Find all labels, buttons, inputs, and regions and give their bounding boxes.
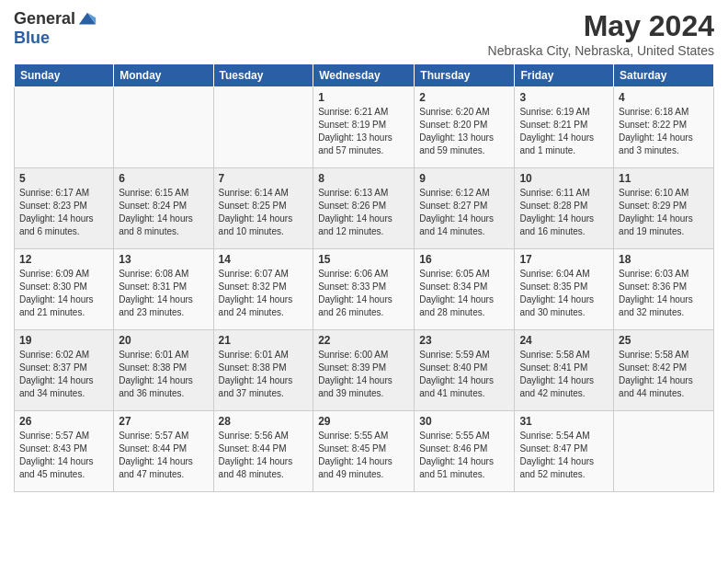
header-row: SundayMondayTuesdayWednesdayThursdayFrid… [15, 64, 714, 87]
day-header-friday: Friday [515, 64, 614, 87]
day-header-saturday: Saturday [614, 64, 714, 87]
day-number: 22 [318, 334, 409, 347]
calendar-cell: 4Sunrise: 6:18 AM Sunset: 8:22 PM Daylig… [614, 87, 714, 168]
cell-content: Sunrise: 5:55 AM Sunset: 8:46 PM Dayligh… [419, 430, 509, 481]
cell-content: Sunrise: 6:06 AM Sunset: 8:33 PM Dayligh… [318, 268, 409, 319]
calendar-cell [15, 87, 114, 168]
calendar-cell: 7Sunrise: 6:14 AM Sunset: 8:25 PM Daylig… [213, 168, 313, 249]
calendar-cell [213, 87, 313, 168]
week-row-5: 26Sunrise: 5:57 AM Sunset: 8:43 PM Dayli… [15, 411, 714, 492]
day-number: 9 [419, 172, 509, 185]
cell-content: Sunrise: 6:13 AM Sunset: 8:26 PM Dayligh… [318, 187, 409, 238]
day-number: 15 [318, 253, 409, 266]
calendar-cell: 9Sunrise: 6:12 AM Sunset: 8:27 PM Daylig… [415, 168, 515, 249]
calendar-cell: 15Sunrise: 6:06 AM Sunset: 8:33 PM Dayli… [313, 249, 415, 330]
cell-content: Sunrise: 6:05 AM Sunset: 8:34 PM Dayligh… [419, 268, 509, 319]
page-header: General Blue May 2024 Nebraska City, Neb… [14, 9, 714, 58]
day-number: 8 [318, 172, 409, 185]
day-number: 12 [19, 253, 108, 266]
calendar-cell: 19Sunrise: 6:02 AM Sunset: 8:37 PM Dayli… [15, 330, 114, 411]
calendar-cell: 2Sunrise: 6:20 AM Sunset: 8:20 PM Daylig… [415, 87, 515, 168]
day-header-tuesday: Tuesday [213, 64, 313, 87]
cell-content: Sunrise: 5:59 AM Sunset: 8:40 PM Dayligh… [419, 349, 509, 400]
day-header-wednesday: Wednesday [313, 64, 415, 87]
cell-content: Sunrise: 6:03 AM Sunset: 8:36 PM Dayligh… [619, 268, 709, 319]
day-number: 13 [119, 253, 208, 266]
main-title: May 2024 [488, 9, 714, 43]
week-row-4: 19Sunrise: 6:02 AM Sunset: 8:37 PM Dayli… [15, 330, 714, 411]
day-number: 21 [219, 334, 309, 347]
calendar-cell: 11Sunrise: 6:10 AM Sunset: 8:29 PM Dayli… [614, 168, 714, 249]
title-block: May 2024 Nebraska City, Nebraska, United… [488, 9, 714, 58]
calendar-cell: 3Sunrise: 6:19 AM Sunset: 8:21 PM Daylig… [515, 87, 614, 168]
calendar-cell: 30Sunrise: 5:55 AM Sunset: 8:46 PM Dayli… [415, 411, 515, 492]
week-row-2: 5Sunrise: 6:17 AM Sunset: 8:23 PM Daylig… [15, 168, 714, 249]
week-row-3: 12Sunrise: 6:09 AM Sunset: 8:30 PM Dayli… [15, 249, 714, 330]
cell-content: Sunrise: 6:18 AM Sunset: 8:22 PM Dayligh… [619, 106, 709, 157]
day-number: 1 [318, 91, 409, 104]
cell-content: Sunrise: 6:12 AM Sunset: 8:27 PM Dayligh… [419, 187, 509, 238]
day-number: 17 [519, 253, 609, 266]
cell-content: Sunrise: 6:19 AM Sunset: 8:21 PM Dayligh… [519, 106, 609, 157]
calendar-cell: 12Sunrise: 6:09 AM Sunset: 8:30 PM Dayli… [15, 249, 114, 330]
calendar-cell: 25Sunrise: 5:58 AM Sunset: 8:42 PM Dayli… [614, 330, 714, 411]
cell-content: Sunrise: 5:56 AM Sunset: 8:44 PM Dayligh… [219, 430, 309, 481]
cell-content: Sunrise: 6:09 AM Sunset: 8:30 PM Dayligh… [19, 268, 108, 319]
calendar-table: SundayMondayTuesdayWednesdayThursdayFrid… [14, 63, 714, 492]
day-number: 4 [619, 91, 709, 104]
logo: General Blue [14, 9, 97, 48]
cell-content: Sunrise: 6:07 AM Sunset: 8:32 PM Dayligh… [219, 268, 309, 319]
cell-content: Sunrise: 5:54 AM Sunset: 8:47 PM Dayligh… [519, 430, 609, 481]
day-number: 3 [519, 91, 609, 104]
calendar-cell: 16Sunrise: 6:05 AM Sunset: 8:34 PM Dayli… [415, 249, 515, 330]
day-number: 7 [219, 172, 309, 185]
day-number: 26 [19, 415, 108, 428]
calendar-cell: 6Sunrise: 6:15 AM Sunset: 8:24 PM Daylig… [114, 168, 213, 249]
day-number: 27 [119, 415, 208, 428]
week-row-1: 1Sunrise: 6:21 AM Sunset: 8:19 PM Daylig… [15, 87, 714, 168]
calendar-cell: 26Sunrise: 5:57 AM Sunset: 8:43 PM Dayli… [15, 411, 114, 492]
calendar-cell: 27Sunrise: 5:57 AM Sunset: 8:44 PM Dayli… [114, 411, 213, 492]
cell-content: Sunrise: 5:55 AM Sunset: 8:45 PM Dayligh… [318, 430, 409, 481]
day-number: 24 [519, 334, 609, 347]
calendar-cell: 31Sunrise: 5:54 AM Sunset: 8:47 PM Dayli… [515, 411, 614, 492]
day-header-monday: Monday [114, 64, 213, 87]
day-number: 20 [119, 334, 208, 347]
calendar-cell [114, 87, 213, 168]
day-number: 23 [419, 334, 509, 347]
cell-content: Sunrise: 6:10 AM Sunset: 8:29 PM Dayligh… [619, 187, 709, 238]
calendar-cell: 8Sunrise: 6:13 AM Sunset: 8:26 PM Daylig… [313, 168, 415, 249]
cell-content: Sunrise: 6:20 AM Sunset: 8:20 PM Dayligh… [419, 106, 509, 157]
cell-content: Sunrise: 6:00 AM Sunset: 8:39 PM Dayligh… [318, 349, 409, 400]
day-number: 31 [519, 415, 609, 428]
calendar-cell [614, 411, 714, 492]
calendar-cell: 20Sunrise: 6:01 AM Sunset: 8:38 PM Dayli… [114, 330, 213, 411]
day-number: 28 [219, 415, 309, 428]
cell-content: Sunrise: 5:57 AM Sunset: 8:43 PM Dayligh… [19, 430, 108, 481]
calendar-cell: 22Sunrise: 6:00 AM Sunset: 8:39 PM Dayli… [313, 330, 415, 411]
calendar-cell: 17Sunrise: 6:04 AM Sunset: 8:35 PM Dayli… [515, 249, 614, 330]
cell-content: Sunrise: 6:01 AM Sunset: 8:38 PM Dayligh… [219, 349, 309, 400]
cell-content: Sunrise: 5:58 AM Sunset: 8:41 PM Dayligh… [519, 349, 609, 400]
calendar-cell: 28Sunrise: 5:56 AM Sunset: 8:44 PM Dayli… [213, 411, 313, 492]
cell-content: Sunrise: 6:14 AM Sunset: 8:25 PM Dayligh… [219, 187, 309, 238]
subtitle: Nebraska City, Nebraska, United States [488, 43, 714, 58]
cell-content: Sunrise: 6:17 AM Sunset: 8:23 PM Dayligh… [19, 187, 108, 238]
cell-content: Sunrise: 5:57 AM Sunset: 8:44 PM Dayligh… [119, 430, 208, 481]
calendar-cell: 24Sunrise: 5:58 AM Sunset: 8:41 PM Dayli… [515, 330, 614, 411]
day-number: 18 [619, 253, 709, 266]
cell-content: Sunrise: 6:11 AM Sunset: 8:28 PM Dayligh… [519, 187, 609, 238]
logo-blue: Blue [14, 29, 50, 47]
calendar-cell: 14Sunrise: 6:07 AM Sunset: 8:32 PM Dayli… [213, 249, 313, 330]
day-header-thursday: Thursday [415, 64, 515, 87]
logo-icon [77, 9, 97, 29]
cell-content: Sunrise: 6:15 AM Sunset: 8:24 PM Dayligh… [119, 187, 208, 238]
calendar-cell: 5Sunrise: 6:17 AM Sunset: 8:23 PM Daylig… [15, 168, 114, 249]
day-number: 5 [19, 172, 108, 185]
day-number: 2 [419, 91, 509, 104]
calendar-cell: 23Sunrise: 5:59 AM Sunset: 8:40 PM Dayli… [415, 330, 515, 411]
cell-content: Sunrise: 6:04 AM Sunset: 8:35 PM Dayligh… [519, 268, 609, 319]
calendar-cell: 1Sunrise: 6:21 AM Sunset: 8:19 PM Daylig… [313, 87, 415, 168]
day-number: 30 [419, 415, 509, 428]
day-number: 14 [219, 253, 309, 266]
